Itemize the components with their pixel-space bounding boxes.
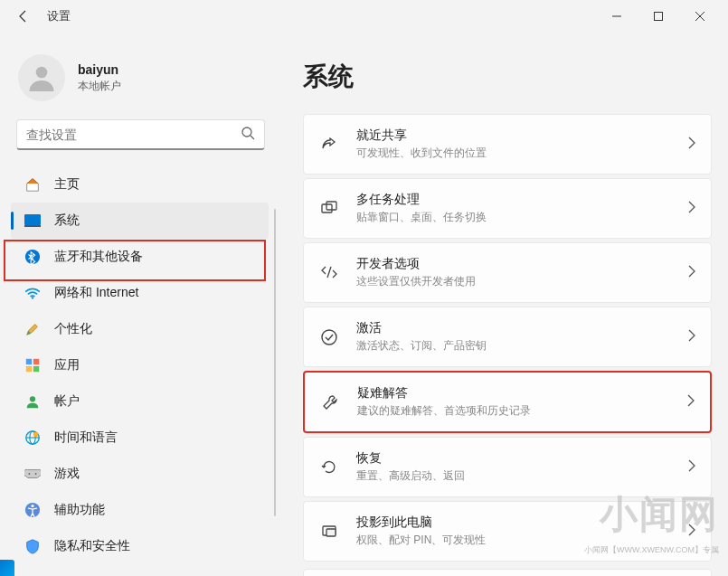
nav-label: 帐户 — [54, 393, 80, 410]
globe-icon — [24, 429, 42, 447]
svg-rect-14 — [33, 366, 39, 372]
home-icon — [24, 175, 42, 194]
nav-label: 应用 — [54, 357, 80, 373]
nav-list: 主页 系统 蓝牙和其他设备 网络和 Internet 个性化 — [7, 166, 276, 569]
multitask-icon — [318, 200, 340, 218]
share-icon — [318, 136, 340, 154]
apps-icon — [24, 356, 42, 374]
account-type: 本地帐户 — [78, 79, 121, 94]
chevron-right-icon — [687, 524, 696, 540]
card-multitasking[interactable]: 多任务处理 贴靠窗口、桌面、任务切换 — [303, 178, 712, 239]
svg-point-26 — [322, 330, 336, 345]
nav-privacy[interactable]: 隐私和安全性 — [11, 528, 269, 564]
user-block[interactable]: baiyun 本地帐户 — [7, 40, 276, 119]
page-title: 系统 — [303, 60, 712, 94]
card-nearby-sharing[interactable]: 就近共享 可发现性、收到文件的位置 — [303, 114, 712, 175]
nav-label: 个性化 — [54, 321, 92, 337]
search-input[interactable] — [17, 127, 232, 142]
svg-point-10 — [32, 297, 33, 298]
svg-point-4 — [36, 67, 48, 79]
nav-gaming[interactable]: 游戏 — [11, 456, 269, 492]
card-developer[interactable]: 开发者选项 这些设置仅供开发者使用 — [303, 242, 712, 303]
nav-network[interactable]: 网络和 Internet — [11, 275, 269, 311]
card-title: 恢复 — [356, 450, 687, 467]
card-recovery[interactable]: 恢复 重置、高级启动、返回 — [303, 437, 712, 497]
close-button[interactable] — [679, 2, 721, 31]
nav-label: 游戏 — [54, 466, 80, 482]
gamepad-icon — [24, 465, 42, 483]
avatar — [18, 54, 65, 101]
chevron-right-icon — [687, 265, 696, 281]
card-sub: 建议的疑难解答、首选项和历史记录 — [357, 403, 686, 419]
chevron-right-icon — [686, 394, 695, 411]
brush-icon — [24, 320, 42, 338]
svg-rect-1 — [655, 13, 663, 21]
nav-label: 时间和语言 — [54, 430, 118, 446]
card-sub: 权限、配对 PIN、可发现性 — [356, 533, 687, 548]
card-title: 投影到此电脑 — [356, 515, 687, 531]
card-sub: 这些设置仅供开发者使用 — [356, 274, 687, 289]
chevron-right-icon — [687, 459, 696, 476]
titlebar: 设置 — [0, 0, 728, 33]
chevron-right-icon — [687, 137, 696, 153]
nav-apps[interactable]: 应用 — [11, 347, 269, 383]
card-projecting[interactable]: 投影到此电脑 权限、配对 PIN、可发现性 — [303, 501, 712, 562]
search-box[interactable] — [16, 119, 265, 150]
card-title: 疑难解答 — [357, 385, 686, 401]
accessibility-icon — [24, 501, 42, 519]
system-icon — [24, 212, 42, 230]
check-circle-icon — [318, 328, 340, 346]
svg-point-20 — [29, 473, 31, 475]
shield-icon — [24, 537, 42, 555]
window-title: 设置 — [47, 8, 71, 24]
nav-time-language[interactable]: 时间和语言 — [11, 420, 269, 456]
nav-bluetooth[interactable]: 蓝牙和其他设备 — [11, 239, 269, 275]
nav-label: 辅助功能 — [54, 502, 105, 518]
wrench-icon — [319, 393, 341, 411]
chevron-right-icon — [687, 329, 696, 345]
svg-point-23 — [31, 505, 33, 507]
card-title: 激活 — [356, 320, 687, 336]
svg-rect-7 — [24, 214, 41, 225]
chevron-right-icon — [687, 201, 696, 217]
card-sub: 激活状态、订阅、产品密钥 — [356, 338, 687, 354]
svg-point-15 — [30, 396, 35, 401]
card-sub: 可发现性、收到文件的位置 — [356, 146, 687, 161]
recovery-icon — [318, 458, 340, 477]
username: baiyun — [78, 62, 121, 77]
taskbar-corner — [0, 560, 14, 576]
card-activation[interactable]: 激活 激活状态、订阅、产品密钥 — [303, 307, 712, 367]
card-title: 就近共享 — [356, 127, 687, 144]
card-sub: 重置、高级启动、返回 — [356, 468, 687, 484]
svg-rect-11 — [26, 359, 32, 364]
nav-label: 网络和 Internet — [54, 285, 138, 301]
svg-rect-8 — [24, 225, 41, 227]
nav-home[interactable]: 主页 — [11, 166, 269, 203]
search-icon — [232, 126, 264, 144]
project-icon — [318, 523, 340, 541]
nav-label: 隐私和安全性 — [54, 538, 130, 554]
nav-accounts[interactable]: 帐户 — [11, 383, 269, 420]
nav-system[interactable]: 系统 — [11, 203, 269, 239]
card-partial[interactable] — [303, 569, 712, 576]
sidebar: baiyun 本地帐户 主页 系统 — [0, 33, 276, 576]
card-title: 多任务处理 — [356, 192, 687, 208]
card-sub: 贴靠窗口、桌面、任务切换 — [356, 210, 687, 225]
svg-point-5 — [242, 127, 251, 137]
nav-accessibility[interactable]: 辅助功能 — [11, 492, 269, 528]
back-button[interactable] — [7, 0, 40, 33]
svg-line-6 — [251, 136, 254, 139]
bluetooth-icon — [24, 248, 42, 266]
svg-rect-13 — [26, 366, 32, 372]
maximize-button[interactable] — [638, 2, 679, 31]
nav-label: 主页 — [54, 176, 80, 193]
developer-icon — [318, 264, 340, 282]
card-troubleshoot[interactable]: 疑难解答 建议的疑难解答、首选项和历史记录 — [303, 371, 712, 433]
svg-point-19 — [33, 432, 38, 437]
nav-label: 蓝牙和其他设备 — [54, 249, 143, 265]
card-title: 开发者选项 — [356, 256, 687, 272]
nav-personalization[interactable]: 个性化 — [11, 311, 269, 347]
minimize-button[interactable] — [596, 2, 638, 31]
svg-point-21 — [35, 473, 37, 475]
svg-rect-12 — [33, 359, 39, 364]
